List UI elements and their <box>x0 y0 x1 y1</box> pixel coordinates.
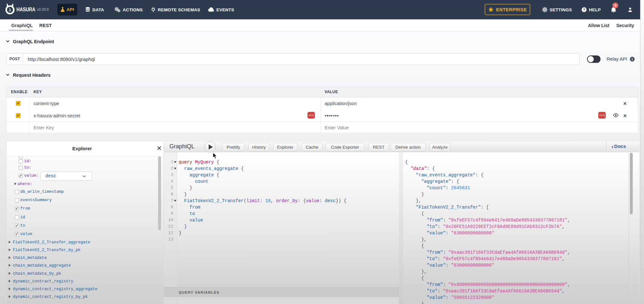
svg-text:?: ? <box>583 8 585 12</box>
svg-text:λ: λ <box>8 8 11 13</box>
